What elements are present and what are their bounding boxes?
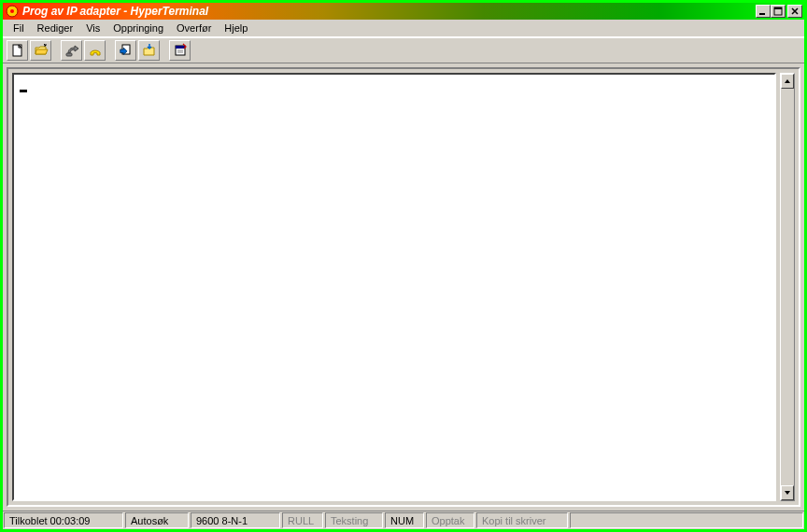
menu-oppringing[interactable]: Oppringing xyxy=(106,21,170,35)
menu-vis[interactable]: Vis xyxy=(79,21,106,35)
menu-label: Vis xyxy=(86,22,100,34)
terminal-cursor xyxy=(20,90,27,92)
status-text: Autosøk xyxy=(131,515,168,526)
statusbar: Tilkoblet 00:03:09 Autosøk 9600 8-N-1 RU… xyxy=(3,511,804,529)
menu-label: Overfør xyxy=(177,22,211,34)
properties-button[interactable] xyxy=(169,40,191,61)
status-rull: RULL xyxy=(282,512,323,528)
status-print: Kopi til skriver xyxy=(476,512,568,528)
titlebar[interactable]: Prog av IP adapter - HyperTerminal xyxy=(3,3,804,20)
receive-file-icon xyxy=(142,43,157,58)
status-spacer xyxy=(570,512,803,528)
disconnect-phone-icon xyxy=(88,43,103,58)
svg-rect-6 xyxy=(66,53,72,56)
status-text: Tilkoblet 00:03:09 xyxy=(9,515,90,526)
scroll-down-button[interactable] xyxy=(781,485,794,500)
status-num: NUM xyxy=(385,512,424,528)
minimize-button[interactable] xyxy=(756,5,771,18)
maximize-button[interactable] xyxy=(771,5,786,18)
disconnect-button[interactable] xyxy=(84,40,106,61)
open-button[interactable] xyxy=(30,40,51,61)
status-opptak: Opptak xyxy=(426,512,474,528)
open-folder-icon xyxy=(34,43,49,58)
svg-rect-4 xyxy=(774,7,782,9)
svg-rect-9 xyxy=(176,46,185,49)
chevron-up-icon xyxy=(784,77,791,85)
workspace xyxy=(7,67,800,507)
status-detect: Autosøk xyxy=(125,512,189,528)
menu-label: Fil xyxy=(13,22,24,34)
menu-hjelp[interactable]: Hjelp xyxy=(218,21,254,35)
menubar: Fil Rediger Vis Oppringing Overfør Hjelp xyxy=(3,20,804,37)
status-text: Kopi til skriver xyxy=(482,515,545,526)
connect-icon xyxy=(64,43,79,58)
receive-file-button[interactable] xyxy=(138,40,160,61)
menu-label: Hjelp xyxy=(224,22,248,34)
new-document-button[interactable] xyxy=(7,40,28,61)
status-text: Opptak xyxy=(432,515,464,526)
status-settings: 9600 8-N-1 xyxy=(191,512,280,528)
svg-point-1 xyxy=(10,9,14,13)
menu-rediger[interactable]: Rediger xyxy=(31,21,80,35)
send-file-button[interactable] xyxy=(115,40,136,61)
status-teksting: Teksting xyxy=(325,512,383,528)
status-text: 9600 8-N-1 xyxy=(196,515,248,526)
menu-overfor[interactable]: Overfør xyxy=(170,21,218,35)
status-text: RULL xyxy=(288,515,314,526)
menu-fil[interactable]: Fil xyxy=(7,21,31,35)
status-text: Teksting xyxy=(331,515,368,526)
menu-label: Rediger xyxy=(37,22,74,34)
new-document-icon xyxy=(10,43,25,58)
svg-rect-2 xyxy=(759,13,765,15)
application-window: Prog av IP adapter - HyperTerminal Fil R… xyxy=(0,0,807,532)
window-controls xyxy=(756,5,802,18)
menu-label: Oppringing xyxy=(113,22,163,34)
window-title: Prog av IP adapter - HyperTerminal xyxy=(22,5,756,18)
app-icon xyxy=(5,4,20,19)
connect-button[interactable] xyxy=(61,40,82,61)
properties-icon xyxy=(173,43,188,58)
status-text: NUM xyxy=(390,515,414,526)
terminal[interactable] xyxy=(12,73,776,501)
chevron-down-icon xyxy=(784,489,791,497)
toolbar xyxy=(3,37,804,63)
scroll-track[interactable] xyxy=(781,89,794,485)
vertical-scrollbar[interactable] xyxy=(780,73,795,501)
close-button[interactable] xyxy=(787,5,802,18)
send-file-icon xyxy=(119,43,134,58)
status-connection: Tilkoblet 00:03:09 xyxy=(4,512,123,528)
scroll-up-button[interactable] xyxy=(781,74,794,89)
